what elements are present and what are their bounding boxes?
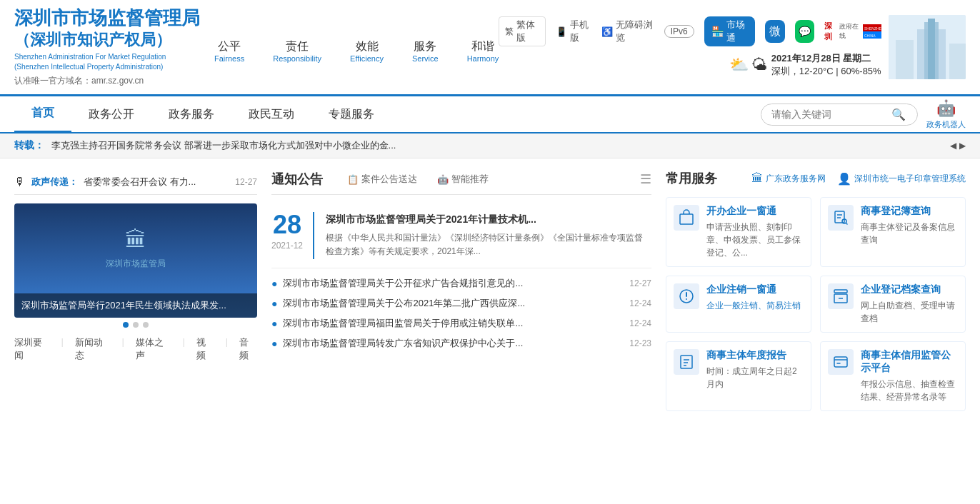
- main-content: 🎙 政声传递： 省委常委会召开会议 有力... 12-27 🏛 深圳市场监管局 …: [0, 158, 980, 423]
- ext-link-stamp[interactable]: 👤 深圳市统一电子印章管理系统: [837, 172, 966, 186]
- featured-notice: 28 2021-12 深圳市市场监督管理局关于2021年计量技术机... 根据《…: [271, 203, 651, 268]
- dot-2[interactable]: [133, 322, 139, 328]
- recommend-icon: 🤖: [437, 174, 449, 185]
- open-biz-desc: 申请营业执照、刻制印章、申领发票、员工参保登记、公...: [706, 221, 804, 259]
- service-card-cancel-biz[interactable]: 企业注销一窗通 企业一般注销、简易注销: [666, 276, 811, 333]
- accessible-icon: ♿: [601, 26, 613, 37]
- robot-button[interactable]: 🤖 政务机器人: [926, 99, 966, 130]
- microphone-icon: 🎙: [14, 176, 26, 188]
- nav-gov-service[interactable]: 政务服务: [151, 96, 231, 133]
- archive-query-name: 企业登记档案查询: [861, 283, 958, 296]
- credit-icon: [828, 349, 854, 375]
- ext-link-guangdong[interactable]: 🏛 广东政务服务网: [751, 172, 826, 186]
- voice-section: 🎙 政声传递： 省委常委会召开会议 有力... 12-27: [14, 170, 257, 195]
- news-link-audio[interactable]: 音频: [239, 336, 257, 362]
- traditional-icon: 繁: [505, 26, 514, 38]
- news-image-bg: 🏛 深圳市场监管局: [14, 203, 257, 293]
- notice-item-text-1[interactable]: 深圳市市场监督管理局关于公布2021年第二批广西供应深...: [283, 297, 624, 310]
- mobile-btn[interactable]: 📱 手机版: [556, 19, 592, 44]
- voice-label: 政声传递：: [31, 176, 78, 188]
- biz-query-icon: [828, 205, 854, 231]
- annual-report-info: 商事主体年度报告 时间：成立周年之日起2月内: [706, 349, 804, 403]
- service-card-open-biz[interactable]: 开办企业一窗通 申请营业执照、刻制印章、申领发票、员工参保登记、公...: [666, 197, 811, 267]
- services-grid: 开办企业一窗通 申请营业执照、刻制印章、申领发票、员工参保登记、公... 商事登…: [666, 197, 966, 411]
- notice-tabs: 通知公告 📋 案件公告送达 🤖 智能推荐 ☰: [271, 170, 651, 195]
- svg-rect-11: [835, 211, 844, 223]
- svg-text:SHENZHEN: SHENZHEN: [864, 26, 881, 31]
- notice-dot-1: ●: [271, 298, 277, 309]
- news-link-dynamics[interactable]: 新闻动态: [75, 336, 111, 362]
- open-biz-info: 开办企业一窗通 申请营业执照、刻制印章、申领发票、员工参保登记、公...: [706, 205, 804, 259]
- notice-item-date-2: 12-24: [629, 318, 651, 328]
- search-box[interactable]: 🔍: [761, 104, 918, 126]
- nav-home[interactable]: 首页: [14, 96, 71, 133]
- cancel-biz-info: 企业注销一窗通 企业一般注销、简易注销: [706, 283, 804, 325]
- wechat-icon[interactable]: 微: [765, 20, 785, 43]
- services-header: 常用服务 🏛 广东政务服务网 👤 深圳市统一电子印章管理系统: [666, 170, 966, 187]
- news-link-shenzhen[interactable]: 深圳要闻: [14, 336, 50, 362]
- robot-icon: 🤖: [936, 99, 956, 118]
- cancel-biz-name: 企业注销一窗通: [706, 283, 804, 296]
- dot-1[interactable]: [123, 322, 129, 328]
- logo-domain: 认准唯一官方域名：amr.sz.gov.cn: [14, 75, 214, 87]
- voice-text[interactable]: 省委常委会召开会议 有力...: [84, 176, 229, 188]
- service-card-archive-query[interactable]: 企业登记档案查询 网上自助查档、受理申请查档: [820, 276, 966, 333]
- search-icon[interactable]: 🔍: [891, 108, 906, 121]
- cloud-icon: ⛅: [729, 56, 749, 74]
- news-links: 深圳要闻 | 新闻动态 | 媒体之声 | 视频 | 音频: [14, 332, 257, 362]
- nav-bar: 首页 政务公开 政务服务 政民互动 专题服务 🔍 🤖 政务机器人: [0, 96, 980, 133]
- accessible-btn[interactable]: ♿ 无障碍浏览: [601, 19, 654, 44]
- svg-rect-17: [681, 356, 692, 368]
- dot-3[interactable]: [143, 322, 149, 328]
- ticker-next-icon[interactable]: ▶: [959, 141, 966, 151]
- traditional-btn[interactable]: 繁 繁体版: [499, 16, 545, 46]
- service-card-credit[interactable]: 商事主体信用监管公示平台 年报公示信息、抽查检查结果、经营异常名录等: [820, 341, 966, 411]
- search-input[interactable]: [771, 109, 886, 120]
- weather-section: ⛅ 🌤 2021年12月28日 星期二 深圳，12-20°C | 60%-85%: [729, 52, 881, 78]
- notice-tab-recommend[interactable]: 🤖 智能推荐: [427, 170, 499, 188]
- news-link-video[interactable]: 视频: [196, 336, 214, 362]
- ticker-arrows[interactable]: ◀ ▶: [950, 141, 966, 151]
- cancel-biz-icon: [674, 283, 699, 309]
- nav-interaction[interactable]: 政民互动: [231, 96, 311, 133]
- values-row: 公平 Fairness 责任 Responsibility 效能 Efficie…: [214, 39, 499, 63]
- notice-item-3: ● 深圳市市场监督管理局转发广东省知识产权保护中心关于... 12-23: [271, 337, 651, 350]
- cancel-biz-desc: 企业一般注销、简易注销: [706, 299, 804, 312]
- ticker-prefix: 转载：: [14, 139, 44, 152]
- svg-text:CHINA: CHINA: [864, 34, 876, 38]
- news-image-title: 深圳市场监管局举行2021年民生领域执法成果发...: [21, 299, 250, 312]
- news-image-overlay: 深圳市场监管局举行2021年民生领域执法成果发...: [14, 293, 257, 318]
- nav-special[interactable]: 专题服务: [311, 96, 391, 133]
- news-link-media[interactable]: 媒体之声: [136, 336, 171, 362]
- value-fairness: 公平 Fairness: [214, 39, 244, 63]
- logo-area: 深圳市市场监督管理局 （深圳市知识产权局） Shenzhen Administr…: [14, 7, 214, 87]
- mobile-icon: 📱: [556, 26, 567, 37]
- credit-name: 商事主体信用监管公示平台: [861, 349, 958, 375]
- notice-menu-icon[interactable]: ☰: [640, 171, 651, 187]
- news-image[interactable]: 🏛 深圳市场监管局 深圳市场监管局举行2021年民生领域执法成果发...: [14, 203, 257, 318]
- ipv6-badge[interactable]: IPv6: [664, 25, 694, 38]
- service-card-biz-query[interactable]: 商事登记簿查询 商事主体登记及备案信息查询: [820, 197, 966, 267]
- archive-query-icon: [828, 283, 854, 309]
- notice-dot-3: ●: [271, 338, 277, 349]
- notice-item-text-0[interactable]: 深圳市市场监督管理局关于公开征求广告合规指引意见的...: [283, 277, 624, 290]
- svg-rect-9: [949, 44, 966, 79]
- featured-notice-title[interactable]: 深圳市市场监督管理局关于2021年计量技术机...: [326, 212, 651, 227]
- svg-rect-10: [680, 214, 693, 224]
- service-card-annual-report[interactable]: 商事主体年度报告 时间：成立周年之日起2月内: [666, 341, 811, 411]
- sun-icon: 🌤: [751, 56, 767, 74]
- ticker-prev-icon[interactable]: ◀: [950, 141, 956, 151]
- notice-item-text-3[interactable]: 深圳市市场监督管理局转发广东省知识产权保护中心关于...: [283, 337, 624, 350]
- notice-item-2: ● 深圳市市场监督管理局福田监管局关于停用或注销失联单... 12-24: [271, 317, 651, 330]
- notice-item-text-2[interactable]: 深圳市市场监督管理局福田监管局关于停用或注销失联单...: [283, 317, 624, 330]
- ticker-text: 李克强主持召开国务院常务会议 部署进一步采取市场化方式加强对中小微企业的金...: [51, 139, 943, 152]
- weixin-icon[interactable]: 💬: [795, 20, 815, 43]
- notice-item-1: ● 深圳市市场监督管理局关于公布2021年第二批广西供应深... 12-24: [271, 297, 651, 310]
- nav-open-gov[interactable]: 政务公开: [71, 96, 151, 133]
- notice-tab-case[interactable]: 📋 案件公告送达: [337, 170, 427, 188]
- market-pass-btn[interactable]: 🏪 市场通: [704, 16, 756, 46]
- value-responsibility: 责任 Responsibility: [273, 39, 321, 63]
- logo-en: Shenzhen Administration For Market Regul…: [14, 52, 214, 72]
- svg-rect-15: [834, 290, 847, 293]
- biz-query-desc: 商事主体登记及备案信息查询: [861, 221, 958, 246]
